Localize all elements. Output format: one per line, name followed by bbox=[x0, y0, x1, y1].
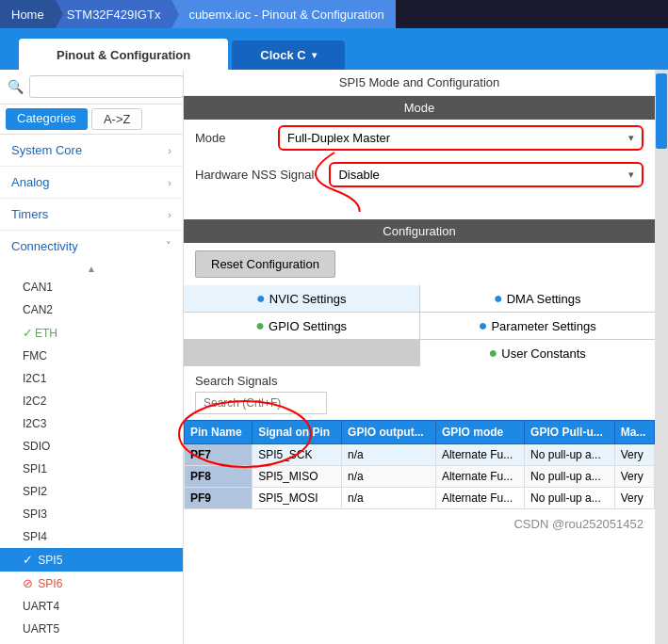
dropdown-arrow-nss: ▾ bbox=[628, 169, 634, 181]
search-signals-input[interactable] bbox=[195, 392, 327, 414]
cross-icon: ⊘ bbox=[23, 576, 33, 590]
check-icon-spi5: ✓ bbox=[23, 553, 33, 567]
cell-mode-pf8: Alternate Fu... bbox=[435, 466, 524, 488]
group-connectivity-header[interactable]: Connectivity ˅ bbox=[0, 231, 183, 262]
dot-icon-user: ● bbox=[489, 346, 498, 361]
sidebar-item-i2c1[interactable]: I2C1 bbox=[0, 367, 183, 390]
table-row: PF7 SPI5_SCK n/a Alternate Fu... No pull… bbox=[185, 444, 655, 466]
section-title: SPI5 Mode and Configuration bbox=[184, 70, 655, 96]
search-signals-area: Search Signals bbox=[184, 368, 655, 420]
cell-pin-name-pf8: PF8 bbox=[185, 466, 253, 488]
sidebar-item-spi2[interactable]: SPI2 bbox=[0, 480, 183, 503]
scrollbar-thumb[interactable] bbox=[656, 73, 667, 149]
signals-table-wrapper: Pin Name Signal on Pin GPIO output... GP… bbox=[184, 420, 655, 509]
group-system-core-header[interactable]: System Core › bbox=[0, 135, 183, 166]
signals-table: Pin Name Signal on Pin GPIO output... GP… bbox=[184, 420, 655, 509]
tab-categories[interactable]: Categories bbox=[6, 108, 88, 130]
dropdown-arrow-mode: ▾ bbox=[628, 132, 634, 144]
group-analog-header[interactable]: Analog › bbox=[0, 167, 183, 198]
col-gpio-mode: GPIO mode bbox=[435, 421, 524, 444]
tab-user-constants[interactable]: ● User Constants bbox=[420, 340, 656, 366]
dot-icon-dma: ● bbox=[494, 291, 503, 306]
sidebar-item-i2c2[interactable]: I2C2 bbox=[0, 390, 183, 412]
mode-field-label: Mode bbox=[195, 131, 270, 145]
nss-row: Hardware NSS Signal Disable ▾ bbox=[184, 156, 655, 193]
config-section-bar: Configuration bbox=[184, 219, 655, 243]
sidebar-item-can1[interactable]: CAN1 bbox=[0, 276, 183, 298]
tab-nvic-settings[interactable]: ● NVIC Settings bbox=[184, 285, 419, 312]
col-gpio-output: GPIO output... bbox=[342, 421, 436, 444]
scrollbar-track[interactable] bbox=[655, 70, 668, 644]
tab-az[interactable]: A->Z bbox=[91, 108, 143, 130]
connectivity-items: ▲ CAN1 CAN2 ✓ETH FMC I2C1 I2C2 I2C3 SDIO… bbox=[0, 262, 183, 644]
col-gpio-pull: GPIO Pull-u... bbox=[525, 421, 615, 444]
tab-dma-settings[interactable]: ● DMA Settings bbox=[420, 285, 656, 312]
reset-config-button[interactable]: Reset Configuration bbox=[195, 250, 335, 278]
sidebar-item-spi4[interactable]: SPI4 bbox=[0, 525, 183, 548]
mode-section-bar: Mode bbox=[184, 96, 655, 120]
settings-tabs: ● NVIC Settings ● DMA Settings ● GPIO Se… bbox=[184, 285, 655, 366]
search-input[interactable] bbox=[29, 75, 184, 98]
search-signals-label: Search Signals bbox=[195, 374, 644, 388]
sidebar-item-fmc[interactable]: FMC bbox=[0, 345, 183, 367]
tab-clock[interactable]: Clock C ▾ bbox=[232, 40, 344, 70]
sidebar-item-uart4[interactable]: UART4 bbox=[0, 595, 183, 618]
content-inner: SPI5 Mode and Configuration Mode Mode Fu… bbox=[184, 70, 655, 644]
cell-mode-pf9: Alternate Fu... bbox=[435, 488, 524, 509]
content-with-scroll: SPI5 Mode and Configuration Mode Mode Fu… bbox=[184, 70, 668, 644]
cell-signal-pf7: SPI5_SCK bbox=[253, 444, 342, 466]
tab-parameter-settings[interactable]: ● Parameter Settings bbox=[420, 313, 656, 339]
sidebar-item-i2c3[interactable]: I2C3 bbox=[0, 412, 183, 435]
breadcrumb-device[interactable]: STM32F429IGTx bbox=[56, 0, 172, 28]
cell-signal-pf8: SPI5_MISO bbox=[253, 466, 342, 488]
breadcrumb: Home STM32F429IGTx cubemx.ioc - Pinout &… bbox=[0, 0, 668, 28]
cell-max-pf8: Very bbox=[614, 466, 654, 488]
scroll-up-arrow[interactable]: ▲ bbox=[0, 262, 183, 276]
search-bar: 🔍 ⚙ bbox=[0, 70, 183, 105]
breadcrumb-home[interactable]: Home bbox=[0, 0, 56, 28]
tab-bar: Pinout & Configuration Clock C ▾ bbox=[0, 28, 668, 70]
mode-row: Mode Full-Duplex Master ▾ bbox=[184, 120, 655, 156]
sidebar-item-can2[interactable]: CAN2 bbox=[0, 298, 183, 321]
watermark: CSDN @rou252051452 bbox=[184, 513, 655, 535]
col-max: Ma... bbox=[614, 421, 654, 444]
sidebar-item-eth[interactable]: ✓ETH bbox=[0, 321, 183, 345]
group-analog: Analog › bbox=[0, 167, 183, 199]
cell-max-pf7: Very bbox=[614, 444, 654, 466]
dot-icon-nvic: ● bbox=[256, 291, 266, 306]
check-icon: ✓ bbox=[23, 326, 33, 340]
group-timers-header[interactable]: Timers › bbox=[0, 199, 183, 230]
cell-output-pf9: n/a bbox=[342, 488, 436, 509]
tab-dropdown-arrow: ▾ bbox=[312, 50, 317, 60]
spacer bbox=[184, 193, 655, 212]
cell-max-pf9: Very bbox=[614, 488, 654, 509]
nss-select[interactable]: Disable ▾ bbox=[329, 162, 644, 187]
sidebar-item-uart5[interactable]: UART5 bbox=[0, 618, 183, 640]
main-layout: 🔍 ⚙ Categories A->Z System Core › Analog… bbox=[0, 70, 668, 644]
group-timers: Timers › bbox=[0, 199, 183, 231]
search-icon: 🔍 bbox=[8, 79, 24, 94]
sidebar-item-spi1[interactable]: SPI1 bbox=[0, 458, 183, 480]
tab-gpio-settings[interactable]: ● GPIO Settings bbox=[184, 313, 419, 339]
sidebar-item-uart7[interactable]: UART7 bbox=[0, 640, 183, 644]
category-tabs: Categories A->Z bbox=[0, 105, 183, 135]
arrow-right-icon-2: › bbox=[168, 177, 171, 188]
col-signal-on-pin: Signal on Pin bbox=[253, 421, 342, 444]
arrow-down-icon: ˅ bbox=[166, 240, 171, 252]
sidebar-item-spi6[interactable]: ⊘ SPI6 bbox=[0, 572, 183, 595]
sidebar-item-spi3[interactable]: SPI3 bbox=[0, 503, 183, 525]
mode-select[interactable]: Full-Duplex Master ▾ bbox=[278, 125, 644, 151]
breadcrumb-config[interactable]: cubemx.ioc - Pinout & Configuration bbox=[171, 0, 395, 28]
table-row: PF9 SPI5_MOSI n/a Alternate Fu... No pul… bbox=[185, 488, 655, 509]
nss-field-label: Hardware NSS Signal bbox=[195, 168, 314, 182]
tab-pinout[interactable]: Pinout & Configuration bbox=[19, 39, 228, 70]
cell-signal-pf9: SPI5_MOSI bbox=[253, 488, 342, 509]
cell-pull-pf7: No pull-up a... bbox=[525, 444, 615, 466]
dot-icon-param: ● bbox=[479, 318, 488, 333]
cell-pull-pf8: No pull-up a... bbox=[525, 466, 615, 488]
sidebar-item-spi5[interactable]: ✓ SPI5 bbox=[0, 548, 183, 572]
cell-pin-name-pf9: PF9 bbox=[185, 488, 253, 509]
arrow-right-icon-3: › bbox=[168, 209, 171, 220]
cell-mode-pf7: Alternate Fu... bbox=[435, 444, 524, 466]
sidebar-item-sdio[interactable]: SDIO bbox=[0, 435, 183, 458]
